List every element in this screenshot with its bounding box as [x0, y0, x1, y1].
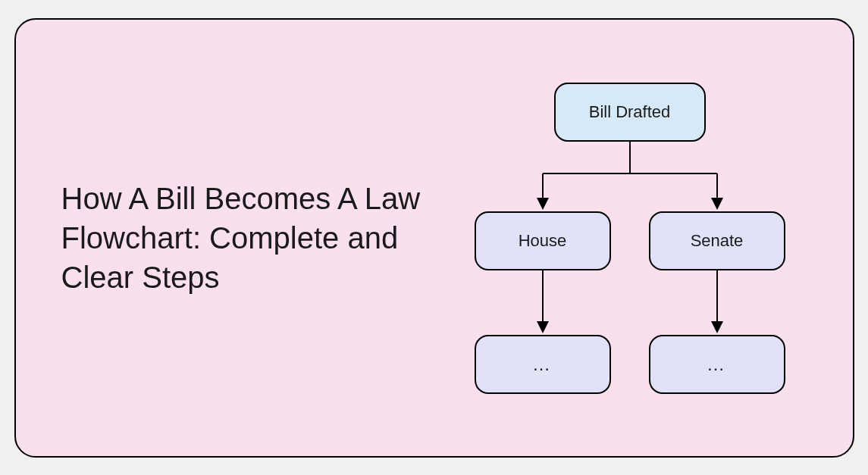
- node-ellipsis-left: …: [475, 335, 611, 394]
- node-bill-drafted: Bill Drafted: [554, 83, 706, 142]
- diagram-card: How A Bill Becomes A Law Flowchart: Comp…: [14, 18, 854, 458]
- node-ellipsis-right: …: [649, 335, 785, 394]
- diagram-title: How A Bill Becomes A Law Flowchart: Comp…: [61, 179, 456, 297]
- node-senate: Senate: [649, 211, 785, 270]
- node-house: House: [475, 211, 611, 270]
- flowchart: Bill Drafted House Senate … …: [456, 64, 804, 412]
